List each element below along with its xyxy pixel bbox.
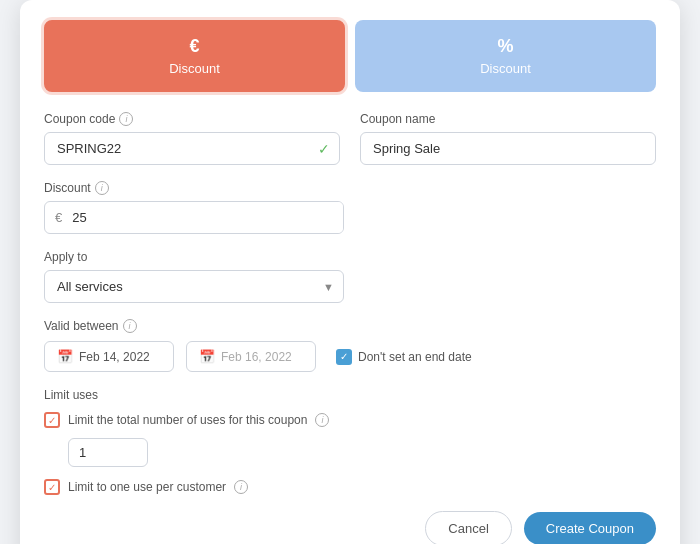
limit-total-row: ✓ Limit the total number of uses for thi… [44,412,656,428]
coupon-code-checkmark: ✓ [318,141,330,157]
date-row: 📅 Feb 14, 2022 📅 Feb 16, 2022 ✓ Don't se… [44,341,656,372]
discount-input[interactable] [72,202,343,233]
coupon-code-label: Coupon code i [44,112,340,126]
discount-label: Discount i [44,181,344,195]
percent-icon: % [497,36,513,57]
footer-row: Cancel Create Coupon [44,511,656,544]
coupon-name-group: Coupon name [360,112,656,165]
discount-amount-group: Discount i € [44,181,344,234]
discount-info-icon[interactable]: i [95,181,109,195]
start-date-input[interactable]: 📅 Feb 14, 2022 [44,341,174,372]
valid-between-section: Valid between i 📅 Feb 14, 2022 📅 Feb 16,… [44,319,656,372]
coupon-code-info-icon[interactable]: i [119,112,133,126]
valid-between-info-icon[interactable]: i [123,319,137,333]
uses-count-input[interactable] [68,438,148,467]
end-calendar-icon: 📅 [199,349,215,364]
end-date-value: Feb 16, 2022 [221,350,292,364]
discount-tab-group: € Discount % Discount [44,20,656,92]
apply-to-select-wrap: All services Specific services ▼ [44,270,344,303]
limit-uses-section: Limit uses ✓ Limit the total number of u… [44,388,656,495]
euro-discount-tab[interactable]: € Discount [44,20,345,92]
limit-per-customer-checkbox[interactable]: ✓ [44,479,60,495]
dont-set-end-date-group: ✓ Don't set an end date [336,349,472,365]
euro-tab-label: Discount [169,61,220,76]
cancel-button[interactable]: Cancel [425,511,511,544]
apply-to-group: Apply to All services Specific services … [44,250,344,303]
limit-total-checkbox[interactable]: ✓ [44,412,60,428]
apply-to-select[interactable]: All services Specific services [44,270,344,303]
apply-to-label: Apply to [44,250,344,264]
dont-set-end-date-checkbox[interactable]: ✓ [336,349,352,365]
discount-input-wrap: € [44,201,344,234]
euro-icon: € [189,36,199,57]
limit-uses-title: Limit uses [44,388,656,402]
create-coupon-button[interactable]: Create Coupon [524,512,656,544]
limit-total-label: Limit the total number of uses for this … [68,413,307,427]
limit-per-customer-row: ✓ Limit to one use per customer i [44,479,656,495]
percent-discount-tab[interactable]: % Discount [355,20,656,92]
coupon-name-input[interactable] [360,132,656,165]
dont-set-end-date-label: Don't set an end date [358,350,472,364]
coupon-code-input-wrap: ✓ [44,132,340,165]
limit-total-info-icon[interactable]: i [315,413,329,427]
coupon-code-group: Coupon code i ✓ [44,112,340,165]
limit-per-customer-info-icon[interactable]: i [234,480,248,494]
coupon-code-input[interactable] [44,132,340,165]
coupon-modal: € Discount % Discount Coupon code i ✓ Co… [20,0,680,544]
start-date-value: Feb 14, 2022 [79,350,150,364]
uses-count-wrap [68,438,656,467]
coupon-code-name-row: Coupon code i ✓ Coupon name [44,112,656,165]
end-date-input[interactable]: 📅 Feb 16, 2022 [186,341,316,372]
start-calendar-icon: 📅 [57,349,73,364]
valid-between-label: Valid between i [44,319,656,333]
percent-tab-label: Discount [480,61,531,76]
coupon-name-label: Coupon name [360,112,656,126]
euro-prefix: € [45,202,72,233]
limit-per-customer-label: Limit to one use per customer [68,480,226,494]
